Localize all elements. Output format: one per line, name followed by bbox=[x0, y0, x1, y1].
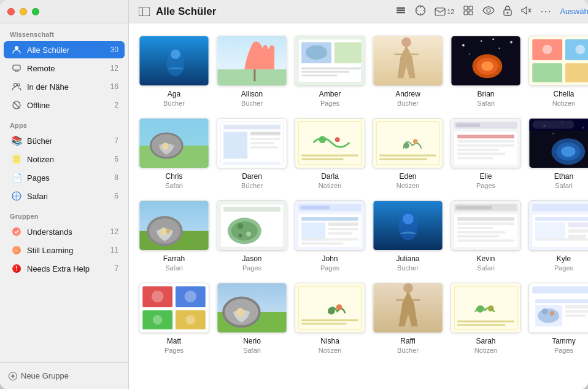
student-card-sarah[interactable]: Sarah Notizen bbox=[451, 283, 521, 354]
svg-point-196 bbox=[542, 308, 548, 315]
student-app-eden: Notizen bbox=[397, 182, 419, 189]
student-card-tammy[interactable]: Tammy Pages bbox=[528, 283, 588, 354]
mail-icon[interactable]: 12 bbox=[435, 7, 454, 16]
student-name-ethan: Ethan bbox=[554, 172, 573, 181]
student-card-nisha[interactable]: Nisha Notizen bbox=[295, 283, 365, 354]
svg-rect-40 bbox=[217, 69, 286, 85]
svg-rect-181 bbox=[301, 323, 346, 324]
student-card-kyle[interactable]: Kyle Pages bbox=[528, 200, 588, 272]
sidebar-item-pages[interactable]: 📄 Pages 8 bbox=[4, 169, 125, 186]
svg-point-91 bbox=[403, 143, 409, 149]
student-thumbnail-allison bbox=[217, 36, 287, 86]
svg-rect-76 bbox=[223, 125, 280, 130]
student-card-matt[interactable]: Matt Pages bbox=[139, 283, 209, 354]
student-thumbnail-raffi bbox=[373, 283, 443, 333]
student-thumbnail-ethan bbox=[528, 118, 588, 168]
close-button[interactable] bbox=[7, 8, 15, 15]
student-card-daren[interactable]: Daren Bücher bbox=[217, 118, 287, 189]
svg-rect-24 bbox=[397, 12, 405, 14]
svg-rect-134 bbox=[301, 222, 325, 240]
alle-schueler-count: 30 bbox=[109, 45, 118, 54]
neue-gruppe-button[interactable]: Neue Gruppe bbox=[4, 369, 125, 383]
alle-schueler-icon bbox=[11, 44, 22, 55]
student-card-elie[interactable]: Elie Pages bbox=[451, 118, 521, 189]
svg-rect-49 bbox=[301, 74, 338, 76]
svg-point-126 bbox=[238, 223, 244, 229]
sidebar-item-bucher[interactable]: 📚 Bücher 7 bbox=[4, 132, 125, 149]
svg-point-170 bbox=[186, 315, 196, 325]
still-learning-icon: ~ bbox=[11, 245, 22, 256]
student-thumbnail-amber bbox=[295, 36, 365, 86]
student-thumbnail-darla bbox=[295, 118, 365, 168]
student-name-amber: Amber bbox=[319, 90, 341, 98]
svg-rect-26 bbox=[435, 8, 445, 15]
student-card-john[interactable]: John Pages bbox=[295, 200, 365, 272]
svg-point-68 bbox=[576, 45, 586, 55]
svg-rect-20 bbox=[139, 7, 150, 16]
neue-gruppe-label: Neue Gruppe bbox=[21, 371, 69, 380]
svg-point-168 bbox=[185, 291, 197, 303]
auswahlen-button[interactable]: Auswählen bbox=[560, 7, 588, 16]
student-app-nerio: Safari bbox=[243, 347, 261, 354]
student-card-kevin[interactable]: Kevin Safari bbox=[451, 200, 521, 272]
compass-icon[interactable] bbox=[415, 5, 426, 18]
layers-icon[interactable] bbox=[395, 5, 406, 18]
svg-point-113 bbox=[561, 146, 575, 157]
svg-point-142 bbox=[403, 213, 414, 224]
sidebar-item-safari[interactable]: Safari 6 bbox=[4, 187, 125, 205]
student-app-juliana: Bücher bbox=[397, 264, 419, 272]
student-app-sarah: Notizen bbox=[474, 347, 497, 354]
student-card-chris[interactable]: Chris Safari bbox=[139, 118, 209, 189]
in-der-nahe-count: 16 bbox=[109, 82, 118, 91]
svg-point-128 bbox=[239, 234, 242, 238]
student-app-chris: Safari bbox=[165, 182, 183, 189]
sidebar-item-still-learning[interactable]: ~ Still Learning 11 bbox=[4, 242, 125, 259]
sidebar-item-remote[interactable]: Remote 12 bbox=[4, 60, 125, 77]
student-card-brian[interactable]: Brian Safari bbox=[451, 36, 521, 107]
sidebar-item-understands[interactable]: Understands 12 bbox=[4, 223, 125, 240]
student-card-farrah[interactable]: Farrah Safari bbox=[139, 200, 209, 272]
student-card-allison[interactable]: Allison Bücher bbox=[217, 36, 287, 107]
student-thumbnail-chris bbox=[139, 118, 209, 168]
grid-icon[interactable] bbox=[463, 5, 474, 18]
eye-icon[interactable] bbox=[482, 6, 495, 17]
student-app-kevin: Safari bbox=[477, 264, 495, 272]
sidebar-item-needs-extra[interactable]: ! Needs Extra Help 7 bbox=[4, 260, 125, 277]
lock-icon[interactable] bbox=[503, 5, 512, 18]
sidebar-item-notizen[interactable]: Notizen 6 bbox=[4, 151, 125, 168]
student-card-andrew[interactable]: Andrew Bücher bbox=[373, 36, 443, 107]
student-app-elie: Pages bbox=[476, 182, 495, 189]
student-card-amber[interactable]: Amber Pages bbox=[295, 36, 365, 107]
student-card-juliana[interactable]: Juliana Bücher bbox=[373, 200, 443, 272]
student-card-jason[interactable]: Jason Pages bbox=[217, 200, 287, 272]
student-thumbnail-farrah bbox=[139, 200, 209, 251]
needs-extra-count: 7 bbox=[109, 264, 118, 273]
bucher-count: 7 bbox=[109, 136, 118, 145]
maximize-button[interactable] bbox=[32, 8, 39, 15]
svg-rect-136 bbox=[328, 228, 358, 230]
student-card-raffi[interactable]: Raffi Bücher bbox=[373, 283, 443, 354]
svg-rect-199 bbox=[565, 310, 588, 313]
svg-rect-77 bbox=[223, 132, 247, 159]
student-card-aga[interactable]: Aga Bücher bbox=[139, 36, 209, 107]
sidebar-item-in-der-nahe[interactable]: In der Nähe 16 bbox=[4, 78, 125, 95]
mute-icon[interactable] bbox=[520, 5, 532, 18]
svg-rect-45 bbox=[335, 42, 362, 63]
more-icon[interactable]: ··· bbox=[540, 5, 551, 18]
sidebar-toggle-icon[interactable] bbox=[139, 7, 150, 16]
svg-rect-161 bbox=[535, 238, 588, 240]
sidebar-item-offline[interactable]: Offline 2 bbox=[4, 96, 125, 114]
student-card-ethan[interactable]: Ethan Safari bbox=[528, 118, 588, 189]
student-thumbnail-juliana bbox=[373, 200, 443, 251]
student-card-darla[interactable]: Darla Notizen bbox=[295, 118, 365, 189]
student-name-sarah: Sarah bbox=[476, 337, 495, 345]
sidebar-item-alle-schueler[interactable]: Alle Schüler 30 bbox=[4, 41, 125, 58]
minimize-button[interactable] bbox=[20, 8, 27, 15]
svg-point-92 bbox=[413, 139, 418, 144]
svg-rect-87 bbox=[301, 155, 358, 157]
svg-point-179 bbox=[336, 304, 342, 310]
student-card-nerio[interactable]: Nerio Safari bbox=[217, 283, 287, 354]
student-card-chella[interactable]: Chella Notizen bbox=[528, 36, 588, 107]
svg-point-169 bbox=[153, 315, 163, 325]
student-card-eden[interactable]: Eden Notizen bbox=[373, 118, 443, 189]
